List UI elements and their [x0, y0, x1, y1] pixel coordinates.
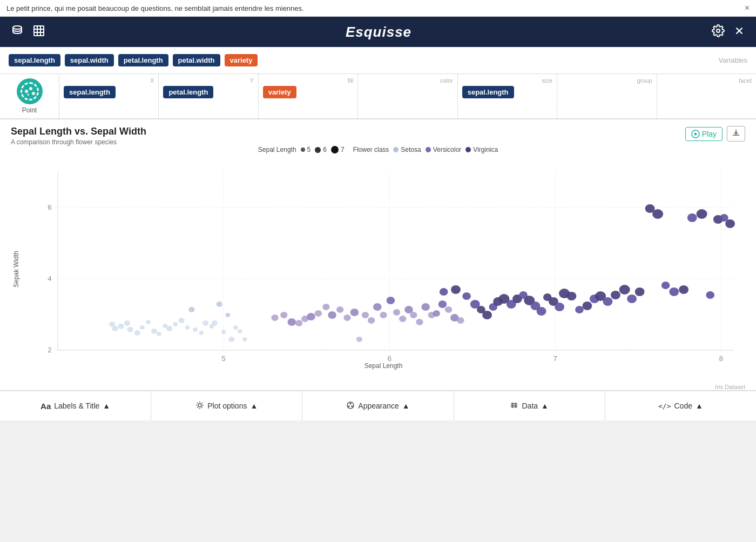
svg-rect-1 — [34, 26, 44, 36]
slot-y-pill-petal-length[interactable]: petal.length — [163, 86, 213, 98]
svg-point-78 — [399, 316, 406, 322]
svg-point-66 — [322, 304, 329, 310]
svg-point-108 — [566, 292, 576, 300]
legend-size-dot-7 — [331, 146, 339, 153]
svg-point-64 — [307, 313, 315, 320]
var-tag-petal-length[interactable]: petal.length — [118, 54, 168, 66]
code-button[interactable]: </> Code ▲ — [605, 391, 756, 420]
svg-point-77 — [393, 309, 400, 316]
slot-fill-label: fill — [348, 77, 353, 84]
legend-virginica-dot — [465, 147, 471, 152]
labels-icon: Aa — [40, 402, 51, 411]
svg-text:7: 7 — [554, 355, 557, 363]
svg-point-60 — [280, 312, 287, 318]
svg-point-33 — [118, 324, 124, 329]
variables-label: Variables — [719, 56, 747, 64]
labels-title-label: Labels & Title — [54, 402, 99, 410]
svg-point-11 — [32, 92, 35, 95]
svg-point-49 — [202, 320, 208, 326]
chart-title: Sepal Length vs. Sepal Width — [11, 126, 146, 137]
slot-size[interactable]: size sepal.length — [458, 74, 557, 118]
svg-point-76 — [387, 297, 395, 304]
slot-color[interactable]: color — [358, 74, 457, 118]
slot-group[interactable]: group — [557, 74, 657, 118]
svg-point-82 — [421, 303, 430, 311]
svg-point-123 — [687, 213, 697, 222]
settings-icon[interactable] — [712, 24, 725, 40]
svg-point-62 — [295, 320, 302, 326]
banner: Le petit prince, qui me posait beaucoup … — [0, 0, 756, 17]
table-icon[interactable] — [32, 24, 45, 40]
code-arrow-icon: ▲ — [696, 402, 703, 410]
svg-point-88 — [457, 317, 464, 324]
svg-point-40 — [157, 332, 161, 336]
svg-point-37 — [140, 325, 145, 330]
slot-fill-pill-variety[interactable]: variety — [263, 86, 296, 98]
svg-point-36 — [134, 330, 140, 336]
var-tag-sepal-length[interactable]: sepal.length — [9, 54, 60, 66]
svg-marker-14 — [694, 132, 698, 136]
svg-point-38 — [146, 320, 151, 324]
appearance-button[interactable]: Appearance ▲ — [302, 391, 454, 420]
header-right — [712, 24, 745, 40]
legend-virginica-label: Virginica — [473, 146, 498, 153]
data-label: Data — [522, 402, 538, 410]
svg-text:6: 6 — [387, 355, 391, 363]
svg-text:4: 4 — [48, 275, 51, 283]
slot-y-label: Y — [250, 77, 254, 84]
plot-options-button[interactable]: Plot options ▲ — [151, 391, 302, 420]
labels-title-button[interactable]: Aa Labels & Title ▲ — [0, 391, 151, 420]
svg-point-59 — [271, 315, 278, 321]
app-header: Esquisse — [0, 17, 756, 47]
slot-group-label: group — [637, 77, 652, 84]
svg-point-52 — [217, 302, 222, 307]
data-button[interactable]: Data ▲ — [454, 391, 605, 420]
svg-point-58 — [242, 337, 247, 342]
svg-point-65 — [315, 310, 322, 317]
slot-facet[interactable]: facet — [657, 74, 756, 118]
var-tag-variety[interactable]: variety — [225, 54, 258, 66]
slot-y-content: petal.length — [163, 86, 213, 98]
plot-options-icon — [195, 401, 204, 411]
var-tag-petal-width[interactable]: petal.width — [173, 54, 220, 66]
labels-arrow-icon: ▲ — [103, 402, 110, 410]
download-button[interactable] — [727, 126, 745, 142]
svg-point-119 — [652, 209, 663, 219]
var-tag-sepal-width[interactable]: sepal.width — [65, 54, 114, 66]
data-arrow-icon: ▲ — [541, 402, 549, 410]
svg-point-68 — [336, 306, 343, 313]
chart-plot-area: Sepak Width 2 4 6 — [11, 156, 745, 383]
slot-size-label: size — [542, 77, 553, 84]
play-button[interactable]: Play — [685, 127, 723, 141]
svg-text:5: 5 — [221, 355, 225, 363]
svg-point-128 — [725, 219, 735, 228]
mapping-slots: X sepal.length Y petal.length fill varie… — [59, 74, 756, 118]
slot-facet-label: facet — [739, 77, 752, 84]
slot-size-pill-sepal-length[interactable]: sepal.length — [462, 86, 514, 98]
svg-point-132 — [348, 406, 349, 407]
geom-box: Point — [0, 74, 59, 118]
svg-point-45 — [185, 325, 190, 330]
svg-point-117 — [635, 287, 645, 296]
bottom-toolbar: Aa Labels & Title ▲ Plot options ▲ Appea… — [0, 390, 756, 420]
database-icon[interactable] — [11, 24, 24, 40]
svg-point-103 — [537, 307, 546, 316]
slot-x[interactable]: X sepal.length — [59, 74, 159, 118]
svg-text:6: 6 — [48, 204, 51, 211]
variables-bar: sepal.length sepal.width petal.length pe… — [0, 47, 756, 74]
svg-point-125 — [706, 291, 714, 299]
legend-color-group: Flower class Setosa Versicolor Virginica — [353, 146, 498, 153]
svg-text:2: 2 — [48, 346, 51, 354]
banner-close-button[interactable]: × — [745, 3, 750, 13]
svg-point-61 — [287, 318, 296, 326]
slot-fill[interactable]: fill variety — [259, 74, 358, 118]
slot-x-pill-sepal-length[interactable]: sepal.length — [64, 86, 116, 98]
geom-point-icon[interactable] — [17, 78, 43, 104]
close-icon[interactable] — [733, 25, 745, 39]
banner-text: Le petit prince, qui me posait beaucoup … — [6, 4, 304, 12]
slot-y[interactable]: Y petal.length — [159, 74, 258, 118]
svg-point-109 — [575, 306, 584, 313]
svg-point-44 — [178, 318, 184, 323]
code-icon: </> — [658, 402, 671, 410]
svg-point-81 — [416, 319, 423, 325]
